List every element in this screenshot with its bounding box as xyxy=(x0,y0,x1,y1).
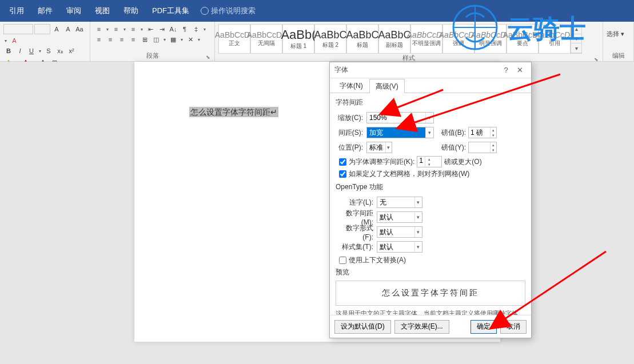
align-right-btn[interactable]: ≡ xyxy=(117,34,127,45)
style-item[interactable]: AaBbCcDc不明显强调 xyxy=(410,24,442,54)
label-position: 位置(P): xyxy=(336,143,366,153)
styleset-input[interactable] xyxy=(377,242,414,252)
tab-pdf[interactable]: PDF工具集 xyxy=(145,0,196,22)
borders-btn[interactable]: ▦ xyxy=(168,34,178,45)
by1-input[interactable] xyxy=(469,127,490,138)
chevron-down-icon[interactable]: ▾ xyxy=(385,142,392,153)
ligatures-combo[interactable]: ▾ xyxy=(377,197,422,208)
linespacing-btn[interactable]: ‡ xyxy=(191,24,201,34)
spin-down-icon[interactable]: ▾ xyxy=(491,147,496,153)
position-input[interactable] xyxy=(367,142,385,153)
by2-spin[interactable]: ▴▾ xyxy=(468,142,497,153)
bullets-btn[interactable]: ≡ xyxy=(94,24,104,34)
dialog-launcher-icon[interactable]: ⬊ xyxy=(205,54,211,60)
shading-btn[interactable]: ◫ xyxy=(151,34,161,45)
help-button[interactable]: ? xyxy=(499,66,513,74)
italic-btn[interactable]: I xyxy=(15,46,25,56)
underline-btn[interactable]: U xyxy=(26,46,37,56)
indent-dec-btn[interactable]: ⇤ xyxy=(145,24,155,34)
kern-spin[interactable]: ▴▾ xyxy=(417,156,442,167)
chevron-down-icon[interactable]: ▾ xyxy=(180,34,184,45)
chevron-down-icon[interactable]: ▾ xyxy=(414,227,422,237)
tell-me-search[interactable]: 操作说明搜索 xyxy=(196,6,260,16)
sort-btn[interactable]: A↓ xyxy=(168,24,178,34)
sup-btn[interactable]: x² xyxy=(66,46,77,56)
kerning-checkbox[interactable] xyxy=(339,158,346,166)
numbering-btn[interactable]: ≡ xyxy=(111,24,121,34)
spin-up-icon[interactable]: ▴ xyxy=(491,142,496,147)
set-default-button[interactable]: 设为默认值(D) xyxy=(334,320,391,334)
font-size-btn[interactable] xyxy=(34,24,50,34)
chevron-down-icon[interactable]: ▾ xyxy=(202,24,207,34)
tab-view[interactable]: 视图 xyxy=(88,0,117,22)
scale-input[interactable] xyxy=(367,113,425,123)
sub-btn[interactable]: x₂ xyxy=(55,46,65,56)
style-item[interactable]: AaBbC标题 2 xyxy=(314,24,346,54)
change-case-btn[interactable]: Aa xyxy=(74,24,85,34)
chevron-down-icon[interactable]: ▾ xyxy=(3,35,8,46)
grow-font-btn[interactable]: A xyxy=(51,24,62,34)
spin-up-icon[interactable]: ▴ xyxy=(425,157,433,162)
tab-help[interactable]: 帮助 xyxy=(117,0,145,22)
close-button[interactable]: ✕ xyxy=(513,66,527,74)
style-item[interactable]: AaBb(标题 1 xyxy=(282,24,314,54)
position-combo[interactable]: ▾ xyxy=(366,142,392,153)
font-family-btn[interactable] xyxy=(3,24,33,34)
spin-down-icon[interactable]: ▾ xyxy=(491,133,496,138)
kern-input[interactable] xyxy=(417,157,425,164)
tab-mailings[interactable]: 邮件 xyxy=(31,0,59,22)
chevron-down-icon[interactable]: ▾ xyxy=(197,34,201,45)
distribute-btn[interactable]: ⊞ xyxy=(139,34,150,45)
grid-checkbox[interactable] xyxy=(339,170,346,178)
tab-review[interactable]: 审阅 xyxy=(59,0,88,22)
align-justify-btn[interactable]: ≡ xyxy=(128,34,138,45)
chevron-down-icon[interactable]: ▾ xyxy=(139,24,144,34)
multilevel-btn[interactable]: ≡ xyxy=(128,24,138,34)
text-effects-button[interactable]: 文字效果(E)... xyxy=(394,320,449,334)
styleset-combo[interactable]: ▾ xyxy=(377,241,422,253)
align-center-btn[interactable]: ≡ xyxy=(105,34,115,45)
tab-font-basic[interactable]: 字体(N) xyxy=(333,78,369,93)
chevron-down-icon[interactable]: ▾ xyxy=(162,34,167,45)
ok-button[interactable]: 确定 xyxy=(470,320,497,334)
clear-format-btn[interactable]: A xyxy=(9,35,19,46)
style-item[interactable]: AaBbCcDc无间隔 xyxy=(250,24,282,54)
show-marks-btn[interactable]: ¶ xyxy=(180,24,190,34)
context-checkbox[interactable] xyxy=(339,257,346,264)
ligatures-input[interactable] xyxy=(377,197,414,207)
chevron-down-icon[interactable]: ▾ xyxy=(38,46,42,56)
chevron-down-icon[interactable]: ▾ xyxy=(414,197,422,207)
chevron-down-icon[interactable]: ▾ xyxy=(425,127,433,138)
style-item[interactable]: AaBbC标题 xyxy=(346,24,378,54)
indent-inc-btn[interactable]: ⇥ xyxy=(157,24,167,34)
shrink-font-btn[interactable]: A xyxy=(63,24,73,34)
numform-combo[interactable]: ▾ xyxy=(377,226,422,238)
chevron-down-icon[interactable]: ▾ xyxy=(122,24,127,34)
numsp-input[interactable] xyxy=(377,212,414,222)
preview-box: 怎么设置字体字符间距 xyxy=(336,281,525,306)
numform-input[interactable] xyxy=(377,227,414,237)
chevron-down-icon[interactable]: ▾ xyxy=(414,212,422,222)
bold-btn[interactable]: B xyxy=(3,46,14,56)
document-area[interactable]: 怎么设置字体字符间距↵ xyxy=(0,62,634,364)
cancel-button[interactable]: 取消 xyxy=(500,320,527,334)
style-item[interactable]: AaBbC副标题 xyxy=(378,24,410,54)
spin-down-icon[interactable]: ▾ xyxy=(425,162,433,167)
by1-spin[interactable]: ▴▾ xyxy=(468,127,497,138)
style-item[interactable]: AaBbCcDc正文 xyxy=(218,24,250,54)
group-font: A A Aa▾ A B I U▾ S x₂ x² A▾ A▾ A ⊞ 字体⬊ xyxy=(0,22,90,61)
align-left-btn[interactable]: ≡ xyxy=(94,34,104,45)
numsp-combo[interactable]: ▾ xyxy=(377,211,422,223)
chevron-down-icon[interactable]: ▾ xyxy=(414,242,422,252)
chevron-down-icon[interactable]: ▾ xyxy=(105,24,110,34)
spin-up-icon[interactable]: ▴ xyxy=(491,127,496,133)
tab-font-advanced[interactable]: 高级(V) xyxy=(369,79,405,93)
tab-references[interactable]: 引用 xyxy=(2,0,31,22)
by2-input[interactable] xyxy=(469,142,490,153)
strike-btn[interactable]: S xyxy=(43,46,54,56)
chevron-down-icon[interactable]: ▾ xyxy=(425,113,433,123)
spacing-input[interactable] xyxy=(367,127,425,138)
spacing-combo[interactable]: ▾ xyxy=(366,127,434,138)
scale-combo[interactable]: ▾ xyxy=(366,112,434,123)
cn-layout-btn[interactable]: ✕ xyxy=(185,34,196,45)
